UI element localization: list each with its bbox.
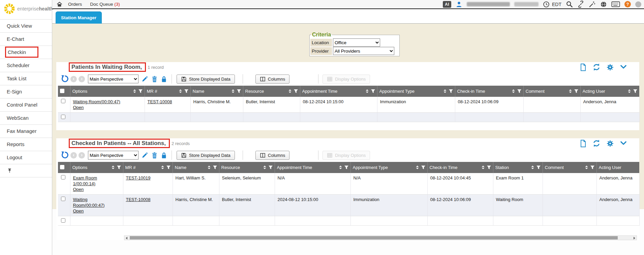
horizontal-scrollbar[interactable] bbox=[124, 235, 637, 240]
column-header-station[interactable]: Station bbox=[493, 162, 543, 173]
sort-icon[interactable] bbox=[339, 166, 342, 169]
previous-page-button[interactable]: ‹ bbox=[70, 152, 77, 159]
sidebar-item-checkin[interactable]: Checkin bbox=[0, 46, 52, 59]
open-link[interactable]: Open bbox=[73, 187, 84, 192]
column-header-comment[interactable]: Comment bbox=[523, 86, 580, 97]
sort-icon[interactable] bbox=[366, 89, 369, 93]
user-icon[interactable] bbox=[456, 1, 462, 8]
sidebar-item-e-chart[interactable]: E-Chart bbox=[0, 33, 52, 46]
scroll-left-arrow[interactable] bbox=[126, 237, 127, 239]
clock-icon[interactable] bbox=[543, 1, 550, 8]
filter-funnel-icon[interactable] bbox=[633, 89, 637, 93]
next-page-button[interactable]: › bbox=[79, 152, 85, 159]
filter-funnel-icon[interactable] bbox=[184, 89, 188, 93]
search-icon[interactable] bbox=[566, 1, 573, 8]
link-icon[interactable] bbox=[577, 1, 584, 8]
filter-funnel-icon[interactable] bbox=[371, 89, 375, 93]
column-header-appointment-time[interactable]: Appointment Time bbox=[275, 162, 350, 173]
sort-icon[interactable] bbox=[585, 166, 588, 169]
sort-icon[interactable] bbox=[112, 166, 115, 169]
sort-icon[interactable] bbox=[569, 89, 572, 93]
sort-icon[interactable] bbox=[263, 166, 266, 169]
mr-number-link[interactable]: TEST-10008 bbox=[148, 99, 172, 105]
chevron-down-icon[interactable] bbox=[620, 64, 627, 70]
mr-number-link[interactable]: TEST-10008 bbox=[126, 197, 151, 202]
lock-icon[interactable] bbox=[161, 76, 167, 83]
sidebar-item-logout[interactable]: Logout bbox=[0, 151, 52, 164]
sort-icon[interactable] bbox=[628, 89, 631, 93]
filter-funnel-icon[interactable] bbox=[590, 166, 594, 169]
delete-trash-icon[interactable] bbox=[151, 76, 158, 83]
select-all-checkbox[interactable] bbox=[60, 165, 64, 169]
sort-icon[interactable] bbox=[161, 166, 164, 169]
next-page-button[interactable]: › bbox=[79, 76, 85, 82]
sidebar-item-quick-view[interactable]: Quick View bbox=[0, 20, 52, 33]
row-checkbox[interactable] bbox=[61, 175, 65, 179]
sidebar-item-scheduler[interactable]: Scheduler bbox=[0, 59, 52, 72]
refresh-icon[interactable] bbox=[592, 63, 601, 71]
station-timer-link[interactable]: Waiting Room(00:00:47) bbox=[73, 197, 120, 208]
column-header-options[interactable]: Options bbox=[70, 162, 123, 173]
pushpin-icon[interactable] bbox=[7, 168, 12, 174]
edit-pencil-icon[interactable] bbox=[142, 152, 148, 159]
open-link[interactable]: Open bbox=[73, 208, 84, 214]
tab-station-manager[interactable]: Station Manager bbox=[56, 11, 102, 24]
filter-funnel-icon[interactable] bbox=[117, 166, 121, 169]
undo-icon[interactable] bbox=[61, 75, 69, 83]
column-header-acting-user[interactable]: Acting User bbox=[596, 162, 639, 173]
column-header-mr[interactable]: MR # bbox=[123, 162, 173, 173]
location-select[interactable]: Office bbox=[333, 38, 380, 47]
avatar[interactable] bbox=[635, 1, 641, 7]
sort-icon[interactable] bbox=[232, 89, 235, 93]
sort-icon[interactable] bbox=[531, 166, 534, 169]
filter-funnel-icon[interactable] bbox=[487, 166, 491, 169]
column-header-options[interactable]: Options bbox=[70, 86, 145, 97]
provider-select[interactable]: All Providers bbox=[333, 47, 394, 55]
nav-doc-queue[interactable]: Doc Queue (3) bbox=[87, 2, 123, 7]
select-all-header[interactable] bbox=[58, 86, 70, 97]
sidebar-item-control-panel[interactable]: Control Panel bbox=[0, 98, 52, 112]
filter-funnel-icon[interactable] bbox=[536, 166, 541, 169]
scrollbar-thumb[interactable] bbox=[130, 236, 618, 239]
display-options-button[interactable]: Display Options bbox=[323, 75, 370, 84]
delete-trash-icon[interactable] bbox=[151, 152, 158, 159]
sort-icon[interactable] bbox=[416, 166, 419, 169]
station-timer-link[interactable]: Waiting Room(00:00:47) bbox=[73, 99, 120, 105]
lock-icon[interactable] bbox=[161, 152, 167, 159]
sort-icon[interactable] bbox=[512, 89, 515, 93]
row-checkbox[interactable] bbox=[61, 99, 65, 103]
new-document-icon[interactable] bbox=[580, 140, 587, 147]
wand-icon[interactable] bbox=[589, 1, 596, 8]
chevron-down-icon[interactable] bbox=[620, 140, 627, 146]
filter-funnel-icon[interactable] bbox=[517, 89, 521, 93]
gear-icon[interactable] bbox=[606, 140, 614, 147]
sort-icon[interactable] bbox=[288, 89, 292, 93]
sort-icon[interactable] bbox=[443, 89, 447, 93]
scroll-right-arrow[interactable] bbox=[634, 237, 635, 239]
column-header-checkin-time[interactable]: Check-in Time bbox=[427, 162, 493, 173]
sidebar-item-fax-manager[interactable]: Fax Manager bbox=[0, 125, 52, 138]
sort-icon[interactable] bbox=[482, 166, 485, 169]
row-checkbox[interactable] bbox=[61, 115, 65, 119]
perspective-select[interactable]: Main Perspective bbox=[88, 75, 139, 83]
row-checkbox[interactable] bbox=[61, 218, 65, 223]
column-header-mr[interactable]: MR # bbox=[145, 86, 190, 97]
sidebar-item-reports[interactable]: Reports bbox=[0, 138, 52, 151]
filter-funnel-icon[interactable] bbox=[213, 166, 217, 169]
undo-icon[interactable] bbox=[61, 151, 69, 159]
keyboard-icon[interactable] bbox=[611, 1, 620, 7]
perspective-select[interactable]: Main Perspective bbox=[88, 151, 139, 160]
column-header-resource[interactable]: Resource bbox=[243, 86, 300, 97]
column-header-checkin-time[interactable]: Check-in Time bbox=[455, 86, 523, 97]
previous-page-button[interactable]: ‹ bbox=[70, 76, 77, 82]
filter-funnel-icon[interactable] bbox=[574, 89, 578, 93]
sidebar-item-e-sign[interactable]: E-Sign bbox=[0, 85, 52, 98]
store-displayed-data-button[interactable]: Store Displayed Data bbox=[177, 75, 235, 84]
select-all-checkbox[interactable] bbox=[60, 89, 64, 93]
column-header-acting-user[interactable]: Acting User bbox=[580, 86, 639, 97]
filter-funnel-icon[interactable] bbox=[294, 89, 298, 93]
sort-icon[interactable] bbox=[208, 166, 211, 169]
station-timer-link[interactable]: Exam Room 1(00:00:14) bbox=[73, 175, 120, 187]
mr-number-link[interactable]: TEST-10019 bbox=[126, 175, 151, 181]
sidebar-item-task-list[interactable]: Task List bbox=[0, 72, 52, 85]
